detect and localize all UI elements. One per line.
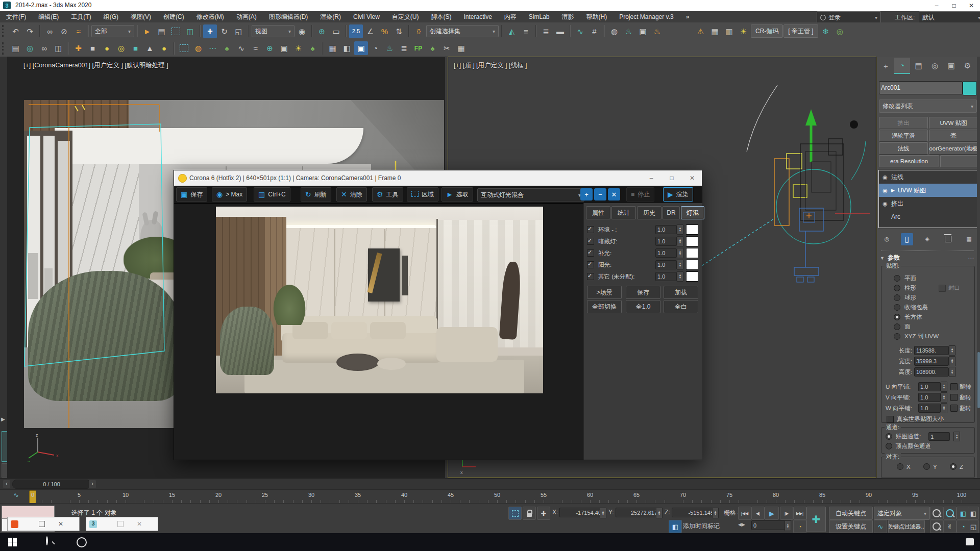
stack-item-arc[interactable]: Arc	[879, 210, 977, 223]
lightmix-spinner[interactable]: ▲▼	[677, 236, 683, 246]
camera-viewport-label[interactable]: [+] [CoronaCamera001] [用户定义 ] [默认明暗处理 ]	[23, 61, 168, 70]
cone-tool-icon[interactable]: ▲	[143, 41, 157, 55]
lightmix-all-one-button[interactable]: 全1.0	[626, 300, 660, 313]
plant-library-icon[interactable]: ♠	[306, 41, 320, 55]
project-manager-icon[interactable]: ▦	[708, 24, 722, 38]
length-field[interactable]: 113588.	[914, 346, 949, 355]
select-and-move-icon[interactable]: +	[203, 24, 217, 38]
tray-icon[interactable]	[966, 538, 974, 545]
next-frame-button[interactable]: |▶	[780, 507, 793, 520]
v-tile-spinner[interactable]: ▲▼	[941, 392, 947, 403]
menu-file[interactable]: 文件(F)	[0, 11, 32, 22]
key-mode-toggle-icon[interactable]: ◔	[793, 520, 806, 533]
menu-help[interactable]: 帮助(H)	[580, 11, 614, 22]
uv-editor-icon[interactable]: ▦	[326, 41, 339, 55]
reference-coordinate-dropdown[interactable]: 视图▾	[252, 25, 295, 37]
tab-modify[interactable]: ◔	[894, 58, 910, 74]
auto-key-button[interactable]: 自动关键点	[829, 507, 873, 520]
scene-explorer-icon[interactable]: ▤	[9, 41, 22, 55]
bind-to-spacewarp-icon[interactable]: ≈	[71, 24, 85, 38]
restore-icon[interactable]	[39, 521, 45, 527]
lightmix-value-field[interactable]: 1.0	[655, 260, 677, 269]
u-flip-checkbox[interactable]	[950, 383, 958, 390]
corona-zoom-in-button[interactable]: +	[580, 188, 593, 201]
z-coordinate-field[interactable]: -5151.145	[672, 508, 716, 517]
add-time-tag-text[interactable]: 添加时间标记	[683, 522, 720, 531]
radio-spherical[interactable]: 球形	[894, 294, 916, 302]
biped-icon[interactable]: ⊕	[263, 41, 277, 55]
selection-lock-icon[interactable]	[523, 507, 536, 520]
key-filters-icon[interactable]: ∿	[874, 520, 887, 533]
layer-manager-icon[interactable]: ≣	[539, 24, 553, 38]
expand-arrow-icon[interactable]: ▶	[891, 188, 895, 193]
schematic-view-icon[interactable]: #	[587, 24, 601, 38]
close-button[interactable]: ✕	[963, 0, 980, 11]
paint-deform-icon[interactable]: ◍	[191, 41, 205, 55]
align-icon[interactable]: ≡	[519, 24, 533, 38]
pin-stack-icon[interactable]: ◎	[880, 232, 894, 246]
pan-hand-icon[interactable]: ✌	[943, 520, 957, 533]
select-and-link-icon[interactable]: ∞	[43, 24, 57, 38]
visibility-eye-icon[interactable]: ◉	[879, 197, 891, 211]
snap-toggle-icon[interactable]: 2.5	[349, 24, 363, 38]
cut-tool-icon[interactable]: ✂	[440, 41, 454, 55]
rendered-frame-window-icon[interactable]: ▣	[636, 24, 650, 38]
lightmix-load-button[interactable]: 加载	[664, 286, 698, 299]
angle-snap-icon[interactable]: ∠	[363, 24, 377, 38]
selection-filter-dropdown[interactable]: 全部▾	[91, 25, 134, 37]
corona-stop-button[interactable]: ■停止	[626, 187, 654, 202]
go-to-end-button[interactable]: ▶▶|	[793, 507, 806, 520]
material-editor-icon[interactable]: ◍	[607, 24, 621, 38]
corona-minimize-button[interactable]: –	[644, 174, 659, 182]
lightmix-value-field[interactable]: 1.0	[655, 272, 677, 281]
keyboard-shortcut-override-icon[interactable]: ▭	[329, 24, 343, 38]
display-settings-icon[interactable]: ▥	[722, 24, 736, 38]
radio-shrink-wrap[interactable]: 收缩包裹	[894, 304, 928, 311]
dolly-camera-icon[interactable]: ◫	[52, 41, 65, 55]
snap-magnet-icon[interactable]: ◎	[23, 41, 37, 55]
corona-zoom-fit-button[interactable]: ✕	[608, 188, 620, 201]
close-icon[interactable]: ✕	[58, 520, 63, 528]
menu-edit[interactable]: 编辑(E)	[32, 11, 65, 22]
frame-step-arrows[interactable]: ◀▶	[738, 522, 745, 527]
maximize-button[interactable]: □	[945, 0, 963, 11]
tab-properties[interactable]: 属性	[586, 206, 610, 219]
tab-stats[interactable]: 统计	[611, 206, 636, 219]
lightmix-checkbox[interactable]	[587, 238, 594, 245]
region-zoom-icon[interactable]	[930, 520, 943, 533]
warning-triangle-icon[interactable]: ⚠	[694, 24, 707, 38]
railclone-icon[interactable]: ♠	[426, 41, 439, 55]
menu-scripting[interactable]: 脚本(S)	[425, 11, 457, 22]
tab-utilities[interactable]: ⚙	[960, 58, 975, 73]
u-tile-spinner[interactable]: ▲▼	[941, 382, 947, 392]
height-field[interactable]: 108900.	[914, 367, 949, 377]
lightmix-value-field[interactable]: 1.0	[655, 248, 677, 258]
lightmix-color-swatch[interactable]	[686, 260, 698, 270]
select-and-rotate-icon[interactable]: ↻	[217, 24, 231, 38]
marquee-region-icon[interactable]	[177, 41, 191, 55]
corona-refresh-button[interactable]: ↻刷新	[301, 187, 331, 202]
maximize-viewport-toggle-icon[interactable]: ◱	[968, 520, 979, 533]
menu-tools[interactable]: 工具(T)	[65, 11, 97, 22]
space-warp-icon[interactable]: ∿	[234, 41, 248, 55]
corona-title-bar[interactable]: Corona 6 (Hotfix 2) | 640×501px (1:1) | …	[174, 170, 702, 186]
corona-vfb-window[interactable]: Corona 6 (Hotfix 2) | 640×501px (1:1) | …	[174, 170, 702, 460]
v-flip-checkbox[interactable]	[950, 394, 958, 401]
light-create-icon[interactable]: ☀	[291, 41, 305, 55]
object-name-field[interactable]: Arc001	[879, 81, 963, 94]
frame-counter[interactable]: 0 / 100	[12, 480, 91, 489]
particles-icon[interactable]: ⋯	[206, 41, 219, 55]
lightmix-color-swatch[interactable]	[686, 224, 698, 235]
named-selection-set-dropdown[interactable]: 创建选择集▾	[426, 25, 499, 37]
map-channel-field[interactable]: 1	[928, 432, 950, 441]
lightmix-color-swatch[interactable]	[686, 236, 698, 246]
donut-tool-icon[interactable]: ◎	[114, 41, 128, 55]
go-to-start-button[interactable]: |◀◀	[738, 507, 751, 520]
undo-icon[interactable]: ↶	[9, 24, 22, 38]
corona-zoom-out-button[interactable]: −	[594, 188, 606, 201]
stack-item-uvw-map-selected[interactable]: ◉ ▶ UVW 贴图	[879, 184, 977, 197]
mirror-icon[interactable]: ◭	[505, 24, 519, 38]
prev-frame-arrow[interactable]: ‹	[3, 480, 10, 488]
tab-lightmix[interactable]: 灯混	[681, 206, 704, 219]
object-color-swatch[interactable]	[963, 81, 977, 95]
